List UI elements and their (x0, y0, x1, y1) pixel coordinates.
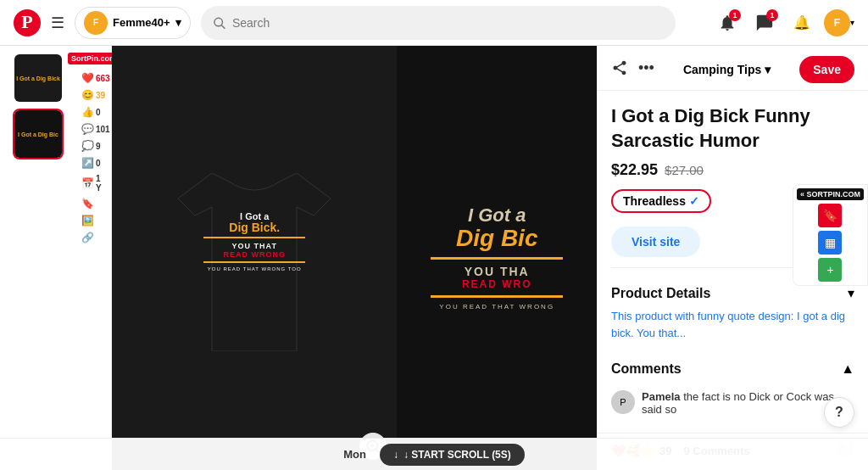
comment-icon: 💬 (81, 123, 94, 135)
sortpin-action-grid[interactable]: ▦ (818, 231, 842, 255)
link-icon: 🔗 (81, 232, 94, 243)
comment-item: P Pamela the fact is no Dick or Cock was… (611, 383, 854, 422)
svg-point-2 (214, 18, 222, 26)
scroll-label: ↓ START SCROLL (5S) (403, 449, 511, 461)
account-pill[interactable]: F Femme40+ ▾ (75, 7, 191, 39)
thumbsup-count: 0 (96, 108, 101, 117)
chevron-up-comments: ▲ (841, 361, 854, 377)
comments-header[interactable]: Comments ▲ (611, 355, 854, 383)
heart-count: 663 (96, 74, 110, 83)
share-button[interactable] (611, 59, 628, 81)
board-selector[interactable]: Camping Tips ▾ (676, 59, 777, 80)
image-area: I Got a Dig Bick. YOU THAT READ WRONG YO… (112, 46, 597, 470)
sortpin-thumbsup: 👍 0 (80, 105, 108, 119)
tshirt-line3: YOU THAT (195, 242, 314, 250)
save-button[interactable]: Save (799, 56, 854, 83)
start-scroll-button[interactable]: ↓ ↓ START SCROLL (5S) (380, 444, 525, 466)
tshirt-line5: YOU READ THAT WRONG TOO (195, 266, 314, 271)
bubble-icon: 💭 (81, 140, 94, 152)
tshirt-image-left: I Got a Dig Bick. YOU THAT READ WRONG YO… (112, 46, 397, 470)
price-current: $22.95 (611, 161, 658, 179)
sortpin-panel: SortPin.com ❤️ 663 😊 39 👍 0 💬 101 💭 9 ↗️… (76, 46, 112, 470)
image-icon: 🖼️ (81, 215, 94, 227)
emoji-count: 39 (96, 91, 105, 100)
svg-text:P: P (21, 11, 32, 32)
price-original: $27.00 (665, 163, 704, 177)
notif-badge-1: 1 (729, 9, 741, 21)
main-layout: I Got a Dig Bick I Got a Dig Bic SortPin… (0, 46, 868, 470)
panel-actions: ••• (611, 59, 654, 81)
header: P ☰ F Femme40+ ▾ 1 1 🔔 F ▾ (0, 0, 868, 46)
messages-button[interactable]: 1 (749, 8, 780, 38)
image-wrapper: I Got a Dig Bick. YOU THAT READ WRONG YO… (112, 46, 597, 470)
notif-badge-2: 1 (766, 9, 778, 21)
sortpin-action-bookmark[interactable]: 🔖 (818, 204, 842, 227)
chevron-down-icon: ▾ (175, 16, 181, 29)
comment-count-side: 101 (96, 125, 110, 134)
user-avatar-header[interactable]: F ▾ (824, 8, 854, 38)
seller-badge[interactable]: Threadless ✓ (611, 189, 711, 213)
pinterest-logo[interactable]: P (14, 9, 41, 36)
bubble-count: 9 (96, 142, 101, 151)
comments-label: Comments (611, 361, 682, 377)
sortpin-emoji: 😊 39 (80, 88, 108, 102)
product-title: I Got a Dig Bick Funny Sarcastic Humor (611, 104, 854, 153)
sortpin-header: « SORTPIN.COM (797, 188, 864, 200)
sortpin-share: ↗️ 0 (80, 156, 108, 170)
account-name: Femme40+ (113, 16, 170, 29)
more-options-button[interactable]: ••• (638, 59, 654, 81)
share-icon: ↗️ (81, 157, 94, 169)
notifications-bell-button[interactable]: 1 (712, 8, 743, 38)
sortpin-hearts: ❤️ 663 (80, 71, 108, 85)
notifications-icon[interactable]: 🔔 (787, 8, 817, 38)
sortpin-calendar: 📅 1 Y (80, 173, 108, 193)
tshirt-image-right: I Got a Dig Bic YOU THA READ WRO YOU REA… (397, 46, 597, 470)
product-description: This product with funny quote design: I … (611, 308, 854, 341)
tshirt-line2: Dig Bick. (195, 221, 314, 234)
thumbnail-2[interactable]: I Got a Dig Bic (13, 109, 64, 159)
sortpin-link[interactable]: 🔗 (80, 231, 108, 244)
thumbnail-1[interactable]: I Got a Dig Bick (13, 53, 64, 104)
scroll-arrow-icon: ↓ (393, 449, 398, 461)
sortpin-widget-label: « SORTPIN.COM (800, 190, 860, 199)
calendar-icon: 📅 (81, 177, 94, 189)
chevron-down-icon-header: ▾ (850, 18, 854, 27)
sortpin-bookmark[interactable]: 🔖 (80, 197, 108, 210)
share-count: 0 (96, 159, 101, 168)
hamburger-icon[interactable]: ☰ (51, 14, 64, 32)
verified-check-icon: ✓ (689, 194, 699, 208)
help-button[interactable]: ? (824, 397, 854, 428)
bookmark-icon: 🔖 (81, 198, 94, 210)
board-name: Camping Tips (683, 63, 761, 76)
bottom-day-text: Mon (343, 448, 366, 461)
bottom-bar: Mon ↓ ↓ START SCROLL (5S) (0, 438, 868, 470)
price-row: $22.95 $27.00 (611, 161, 854, 179)
seller-name: Threadless (623, 194, 686, 208)
sortpin-action-add[interactable]: + (818, 258, 842, 282)
sortpin-image[interactable]: 🖼️ (80, 214, 108, 227)
calendar-count: 1 Y (96, 174, 106, 193)
right-sortpin-widget: « SORTPIN.COM 🔖 ▦ + (793, 184, 868, 286)
search-bar[interactable] (201, 6, 676, 40)
panel-header: ••• Camping Tips ▾ Save (598, 46, 868, 91)
chevron-down-board: ▾ (765, 63, 771, 76)
tshirt-line4: READ WRONG (195, 250, 314, 259)
search-icon (213, 16, 225, 30)
emoji-icon: 😊 (81, 89, 94, 101)
search-input[interactable] (232, 16, 664, 30)
commenter-avatar: P (611, 390, 635, 414)
sortpin-comments: 💬 101 (80, 122, 108, 136)
thumbsup-icon: 👍 (81, 106, 94, 118)
comment-author: Pamela (642, 390, 681, 403)
chevron-down-details: ▾ (848, 285, 854, 301)
product-details-label: Product Details (611, 286, 710, 301)
left-sidebar: I Got a Dig Bick I Got a Dig Bic (0, 46, 76, 470)
heart-icon: ❤️ (81, 72, 94, 84)
comment-text: Pamela the fact is no Dick or Cock was s… (642, 390, 854, 416)
sortpin-bubbles: 💭 9 (80, 139, 108, 153)
svg-line-3 (221, 25, 225, 28)
visit-site-button[interactable]: Visit site (611, 227, 700, 257)
header-icons: 1 1 🔔 F ▾ (712, 8, 854, 38)
avatar: F (84, 11, 108, 35)
